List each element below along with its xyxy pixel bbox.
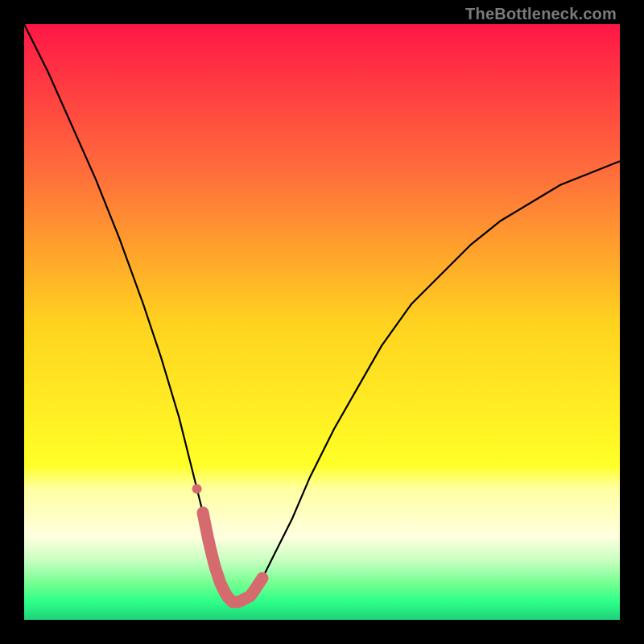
optimal-range-dot [192,484,202,493]
chart-frame [24,24,620,620]
bottleneck-chart [24,24,620,620]
watermark-text: TheBottleneck.com [465,5,617,23]
plot-background [24,24,620,620]
